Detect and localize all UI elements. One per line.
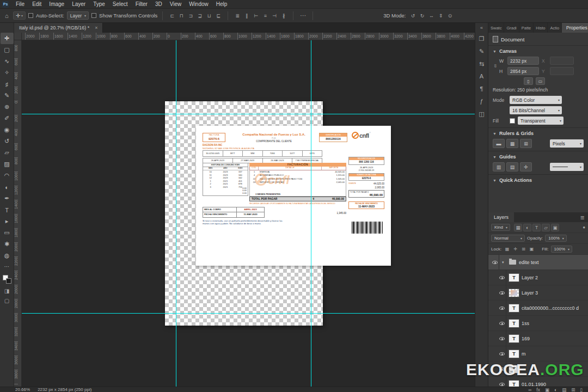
guides-section-header[interactable]: ▼ Guides	[493, 154, 584, 160]
home-icon[interactable]: ⌂	[3, 13, 10, 19]
active-tool-chip[interactable]: ✛ ▾	[13, 11, 26, 20]
crop-tool[interactable]: ♯	[1, 78, 14, 90]
width-field[interactable]: 2232 px	[507, 57, 539, 65]
layer-row[interactable]: ▾ m	[488, 346, 588, 362]
swap-panel-icon[interactable]: ⇆	[476, 58, 487, 69]
background-color-swatch[interactable]	[6, 278, 11, 284]
screen-mode-icon[interactable]: ▢	[1, 296, 14, 305]
align-center-h-icon[interactable]: ⊓	[177, 11, 186, 20]
layer-name[interactable]: m	[522, 351, 526, 357]
panel-tab[interactable]: Patte	[519, 23, 534, 33]
character-panel-icon[interactable]: A	[476, 71, 487, 82]
filter-pixel-icon[interactable]: ▦	[514, 224, 522, 231]
new-guide-v-icon[interactable]: ▤	[506, 162, 518, 171]
grid-toggle-icon[interactable]: ▦	[506, 139, 518, 148]
tab-layers[interactable]: Layers	[488, 212, 514, 222]
layer-row[interactable]: ▾ Layer 3	[488, 285, 588, 301]
menu-item[interactable]: Image	[45, 0, 68, 9]
bit-depth-dropdown[interactable]: 16 Bits/Channel	[510, 106, 562, 114]
menu-item[interactable]: Type	[89, 0, 109, 9]
healing-brush-tool[interactable]: ⊕	[1, 101, 14, 113]
link-layers-icon[interactable]: ∞	[528, 387, 531, 392]
layer-row[interactable]: ▾ cita0000000...cccccccc0 d	[488, 301, 588, 316]
path-selection-tool[interactable]: ▸	[1, 216, 14, 227]
visibility-toggle[interactable]	[498, 331, 506, 346]
quick-selection-tool[interactable]: ✧	[1, 67, 14, 78]
grid-unit-dropdown[interactable]: Pixels	[550, 139, 584, 148]
history-panel-icon[interactable]: ❐	[476, 33, 487, 44]
layer-row[interactable]: ▾ 1ss	[488, 316, 588, 331]
layer-group-icon[interactable]: ▤	[562, 387, 566, 392]
adjustment-layer-icon[interactable]: ◐	[554, 387, 557, 392]
auto-select-checkbox[interactable]	[28, 13, 33, 18]
filter-adjustment-icon[interactable]: ◐	[523, 224, 531, 231]
color-mode-dropdown[interactable]: RGB Color	[510, 96, 562, 104]
layer-thumbnail[interactable]	[509, 289, 519, 297]
show-transform-checkbox[interactable]	[91, 13, 96, 18]
layer-thumbnail[interactable]	[509, 274, 519, 281]
align-left-icon[interactable]: ⊏	[168, 11, 176, 20]
layer-mask-icon[interactable]: ▣	[545, 387, 549, 392]
menu-item[interactable]: Window	[185, 0, 212, 9]
height-field[interactable]: 2854 px	[507, 67, 539, 75]
lasso-tool[interactable]: ∿	[1, 56, 14, 67]
layer-thumbnail[interactable]	[509, 350, 519, 358]
expand-panels-icon[interactable]: «	[480, 25, 483, 32]
filter-toggle-icon[interactable]: ●	[583, 225, 585, 230]
distribute-gap-icon[interactable]: ∦	[279, 11, 288, 20]
blur-tool[interactable]: ◠	[1, 170, 14, 181]
panel-tab[interactable]: Actio	[548, 23, 562, 33]
color-swatches[interactable]	[3, 275, 11, 284]
menu-item[interactable]: Help	[212, 0, 231, 9]
layer-name[interactable]: 01.01.1990	[522, 382, 546, 387]
close-icon[interactable]: ×	[95, 25, 97, 30]
dodge-tool[interactable]: ◐	[1, 181, 14, 193]
layer-thumbnail[interactable]	[509, 304, 519, 312]
type-tool[interactable]: T	[1, 204, 14, 216]
fill-dropdown[interactable]: Transparent	[518, 117, 564, 125]
glyphs-panel-icon[interactable]: ƒ	[476, 96, 487, 107]
3d-drag-icon[interactable]: ↔	[427, 11, 436, 20]
landscape-orientation-button[interactable]: ▭	[536, 77, 545, 85]
menu-item[interactable]: Edit	[28, 0, 45, 9]
brush-settings-panel-icon[interactable]: ✎	[476, 46, 487, 57]
distribute-right-icon[interactable]: ⊣	[270, 11, 279, 20]
panel-tab[interactable]: Gradi	[504, 23, 519, 33]
ruler-toggle-icon[interactable]: ▬	[493, 139, 505, 148]
align-top-icon[interactable]: ⊒	[195, 11, 204, 20]
visibility-toggle[interactable]	[491, 255, 499, 270]
document-tab[interactable]: Italy id.psd @ 20.7% (RGB/16) * ×	[14, 23, 103, 33]
layer-name[interactable]: cita0000000...cccccccc0 d	[522, 305, 579, 311]
eyedropper-tool[interactable]: ✎	[1, 90, 14, 101]
distribute-left-icon[interactable]: ⊢	[252, 11, 260, 20]
paragraph-panel-icon[interactable]: ¶	[476, 83, 487, 94]
layer-row[interactable]: ▾ edite text	[488, 255, 588, 270]
filter-shape-icon[interactable]: ▱	[542, 224, 550, 231]
distribute-center-icon[interactable]: ≡	[261, 11, 270, 20]
layer-filter-kind-dropdown[interactable]: Kind	[491, 224, 510, 231]
menu-item[interactable]: 3D	[151, 0, 166, 9]
layer-thumbnail[interactable]	[509, 320, 519, 327]
edit-toolbar-icon[interactable]: ⋯	[4, 264, 10, 270]
group-expand-icon[interactable]: ▾	[502, 260, 506, 265]
layer-style-icon[interactable]: fx	[536, 387, 540, 392]
shape-tool[interactable]: ▭	[1, 227, 14, 238]
clone-stamp-tool[interactable]: ◉	[1, 124, 14, 136]
visibility-toggle[interactable]	[498, 270, 506, 285]
zoom-level[interactable]: 20.66%	[15, 387, 30, 392]
lock-all-icon[interactable]: ▣	[528, 246, 535, 253]
guide-style-dropdown[interactable]	[550, 163, 584, 171]
quick-actions-section-header[interactable]: ▼ Quick Actions	[493, 177, 584, 183]
move-tool[interactable]: ✛	[1, 33, 14, 44]
tab-properties[interactable]: Properties	[562, 23, 588, 33]
layer-name[interactable]: edite text	[519, 260, 539, 265]
clear-guides-icon[interactable]: ✛	[520, 162, 532, 171]
link-dimensions-icon[interactable]: ∞	[493, 64, 498, 68]
layer-name[interactable]: 1ss	[522, 321, 529, 326]
rulers-grids-section-header[interactable]: ▼ Rulers & Grids	[493, 131, 584, 136]
filter-smart-icon[interactable]: ▣	[551, 224, 559, 231]
distribute-vertical-icon[interactable]: ≣	[233, 11, 242, 20]
fill-swatch[interactable]	[510, 118, 515, 124]
menu-item[interactable]: File	[12, 0, 28, 9]
3d-roll-icon[interactable]: ↻	[418, 11, 426, 20]
